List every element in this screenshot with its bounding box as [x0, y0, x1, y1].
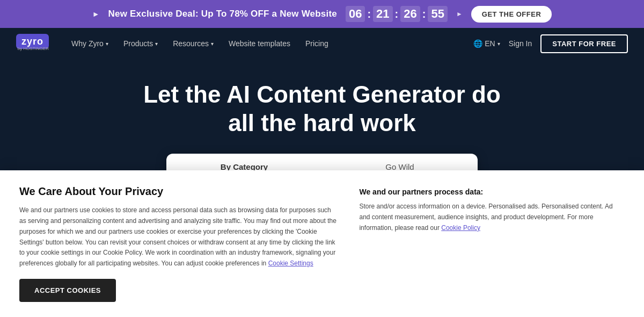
- nav-label-pricing: Pricing: [305, 39, 328, 48]
- nav-item-pricing[interactable]: Pricing: [299, 35, 335, 52]
- sign-in-link[interactable]: Sign In: [509, 39, 532, 48]
- start-free-button[interactable]: START FOR FREE: [540, 34, 628, 53]
- logo-area[interactable]: zyro by HOSTINGER: [16, 36, 49, 51]
- tab-go-wild-label: Go Wild: [385, 162, 414, 171]
- privacy-body-text: We and our partners use cookies to store…: [19, 205, 338, 269]
- nav-label-resources: Resources: [173, 39, 209, 48]
- chevron-down-icon: ▾: [106, 41, 108, 47]
- language-selector[interactable]: 🌐 EN ▾: [473, 39, 500, 48]
- get-offer-button[interactable]: GET THE OFFER: [471, 6, 552, 23]
- timer-minutes: 21: [373, 6, 392, 22]
- privacy-right-body: Store and/or access information on a dev…: [359, 201, 625, 233]
- timer-colon-1: :: [367, 8, 371, 20]
- navbar: zyro by HOSTINGER Why Zyro ▾ Products ▾ …: [0, 28, 644, 59]
- chevron-down-icon: ▾: [211, 41, 214, 47]
- cookie-policy-link[interactable]: Cookie Policy: [441, 224, 480, 232]
- chevron-down-icon: ▾: [155, 41, 158, 47]
- nav-item-products[interactable]: Products ▾: [117, 35, 164, 52]
- privacy-overlay: We Care About Your Privacy We and our pa…: [0, 170, 644, 317]
- nav-label-products: Products: [123, 39, 153, 48]
- hero-title-line1: Let the AI Content Generator do: [143, 81, 501, 107]
- lang-label: EN: [485, 39, 495, 48]
- privacy-right-title: We and our partners process data:: [359, 188, 625, 196]
- chevron-down-icon: ▾: [497, 41, 500, 47]
- banner-text: New Exclusive Deal: Up To 78% OFF a New …: [108, 9, 337, 19]
- cookie-settings-link[interactable]: Cookie Settings: [268, 260, 313, 267]
- nav-label-why-zyro: Why Zyro: [71, 39, 104, 48]
- banner-arrow-left: ►: [92, 10, 100, 18]
- hero-title-line2: all the hard work: [228, 110, 416, 136]
- hero-title: Let the AI Content Generator do all the …: [134, 81, 510, 138]
- tab-by-category-label: By Category: [221, 162, 268, 171]
- timer-colon-3: :: [422, 8, 426, 20]
- banner-arrow-right: ►: [456, 10, 463, 18]
- nav-right: 🌐 EN ▾ Sign In START FOR FREE: [473, 34, 628, 53]
- top-banner: ► New Exclusive Deal: Up To 78% OFF a Ne…: [0, 0, 644, 28]
- countdown-timer: 06 : 21 : 26 : 55: [346, 6, 448, 22]
- timer-hours: 06: [346, 6, 365, 22]
- privacy-right-panel: We and our partners process data: Store …: [359, 185, 625, 302]
- timer-seconds: 26: [400, 6, 420, 22]
- nav-label-templates: Website templates: [229, 39, 290, 48]
- timer-colon-2: :: [395, 8, 399, 20]
- accept-cookies-button[interactable]: ACCEPT COOKIES: [19, 279, 116, 302]
- logo-sub: by HOSTINGER: [16, 46, 49, 51]
- nav-item-templates[interactable]: Website templates: [222, 35, 297, 52]
- privacy-title: We Care About Your Privacy: [19, 185, 338, 198]
- timer-ms: 55: [428, 6, 447, 22]
- privacy-left-panel: We Care About Your Privacy We and our pa…: [19, 185, 338, 302]
- nav-links: Why Zyro ▾ Products ▾ Resources ▾ Websit…: [65, 35, 473, 52]
- nav-item-resources[interactable]: Resources ▾: [166, 35, 220, 52]
- nav-item-why-zyro[interactable]: Why Zyro ▾: [65, 35, 115, 52]
- globe-icon: 🌐: [473, 39, 482, 48]
